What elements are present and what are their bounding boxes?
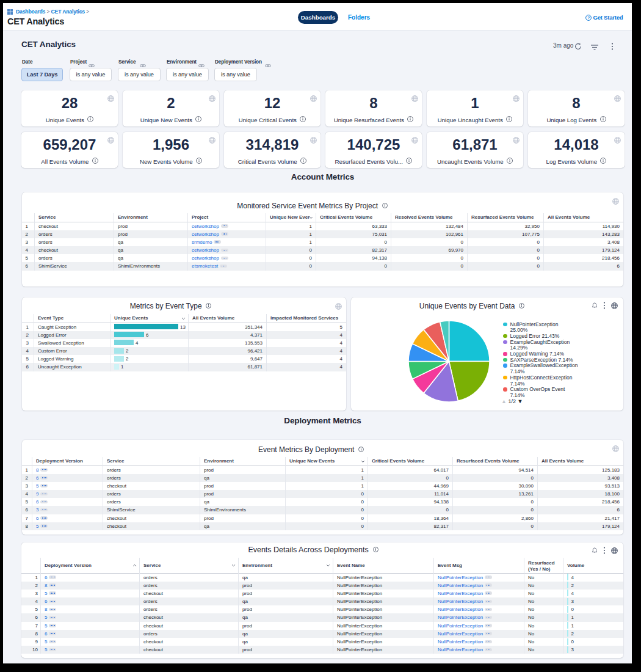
svg-text:?: ?: [587, 15, 590, 20]
